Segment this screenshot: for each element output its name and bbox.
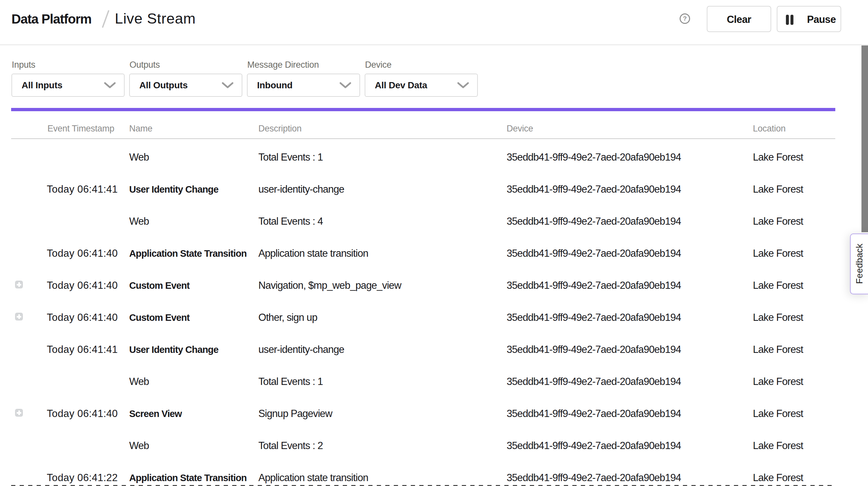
svg-text:?: ? <box>683 15 687 22</box>
